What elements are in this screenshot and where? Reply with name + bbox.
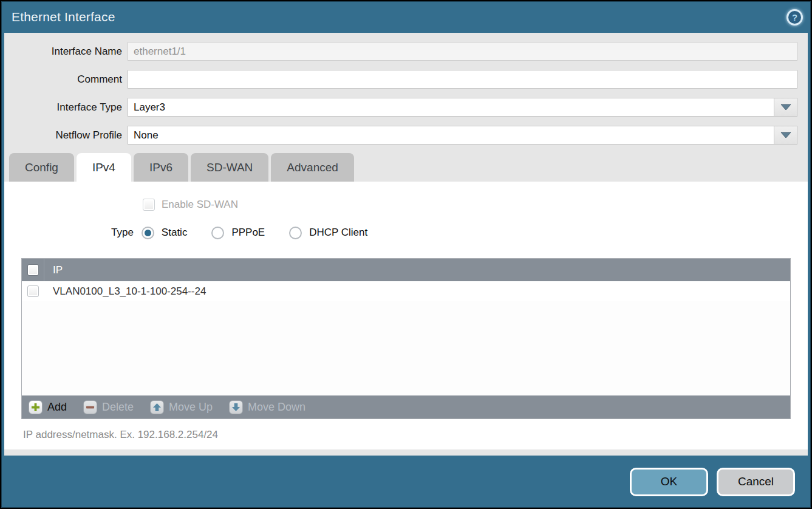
select-all-column (22, 259, 44, 281)
tab-config[interactable]: Config (9, 153, 74, 182)
interface-form: Interface Name ethernet1/1 Comment Inter… (4, 33, 808, 145)
delete-button: Delete (83, 400, 134, 414)
radio-static-label: Static (162, 227, 188, 239)
select-all-checkbox[interactable] (27, 264, 39, 276)
ip-hint-text: IP address/netmask. Ex. 192.168.2.254/24 (23, 429, 808, 441)
row-checkbox-column (22, 281, 44, 301)
form-row-interface-type: Interface Type Layer3 (4, 98, 797, 117)
netflow-profile-dropdown[interactable]: None (128, 126, 797, 145)
tab-ipv6[interactable]: IPv6 (134, 153, 188, 182)
minus-icon (83, 400, 97, 414)
move-up-button-label: Move Up (169, 401, 213, 414)
radio-dhcp-client-control[interactable] (289, 227, 302, 239)
interface-name-label: Interface Name (4, 46, 128, 58)
tab-advanced[interactable]: Advanced (271, 153, 354, 182)
interface-type-dropdown-button[interactable] (774, 98, 797, 116)
interface-type-value: Layer3 (128, 98, 774, 116)
ip-column-header: IP (44, 264, 63, 276)
form-row-interface-name: Interface Name ethernet1/1 (4, 42, 797, 61)
dialog-content: Interface Name ethernet1/1 Comment Inter… (4, 33, 808, 456)
form-row-netflow-profile: Netflow Profile None (4, 126, 797, 145)
enable-sdwan-label: Enable SD-WAN (162, 199, 238, 211)
interface-type-label: Interface Type (4, 101, 128, 114)
move-down-button: Move Down (229, 400, 305, 414)
titlebar: Ethernet Interface ? (1, 1, 811, 33)
table-toolbar: Add Delete Move Up (22, 395, 790, 418)
dialog-title: Ethernet Interface (12, 10, 115, 24)
dialog-footer: OK Cancel (1, 456, 811, 508)
radio-pppoe-label: PPPoE (231, 227, 265, 239)
type-radio-group: Type Static PPPoE DHCP Client (111, 226, 808, 239)
move-up-button: Move Up (150, 400, 213, 414)
table-row[interactable]: VLAN0100_L3_10-1-100-254--24 (22, 281, 790, 301)
interface-name-field: ethernet1/1 (128, 42, 797, 61)
chevron-down-icon (780, 131, 792, 139)
tab-ipv4[interactable]: IPv4 (77, 153, 131, 182)
radio-pppoe-control[interactable] (211, 227, 224, 239)
table-empty-area (22, 301, 790, 395)
netflow-profile-dropdown-button[interactable] (774, 126, 797, 144)
radio-dhcp-client[interactable]: DHCP Client (289, 227, 367, 239)
arrow-up-icon (150, 400, 164, 414)
cancel-button[interactable]: Cancel (717, 468, 795, 496)
form-row-comment: Comment (4, 70, 797, 89)
plus-icon (29, 400, 43, 414)
comment-input[interactable] (128, 70, 797, 89)
ip-table: IP VLAN0100_L3_10-1-100-254--24 Add (21, 258, 791, 419)
radio-static-control[interactable] (142, 227, 154, 239)
tab-sdwan[interactable]: SD-WAN (191, 153, 268, 182)
interface-type-dropdown[interactable]: Layer3 (128, 98, 797, 117)
netflow-profile-label: Netflow Profile (4, 129, 128, 142)
type-label: Type (111, 227, 134, 239)
radio-static[interactable]: Static (142, 227, 188, 239)
radio-pppoe[interactable]: PPPoE (211, 227, 265, 239)
netflow-profile-value: None (128, 126, 774, 144)
ok-button[interactable]: OK (630, 468, 708, 496)
enable-sdwan-checkbox (143, 199, 155, 211)
radio-dhcp-client-label: DHCP Client (309, 227, 367, 239)
enable-sdwan-row: Enable SD-WAN (143, 198, 808, 211)
move-down-button-label: Move Down (248, 401, 305, 414)
ip-table-header: IP (22, 259, 790, 281)
ipv4-tab-panel: Enable SD-WAN Type Static PPPoE DHCP Cli… (4, 182, 808, 449)
delete-button-label: Delete (102, 401, 134, 414)
tab-bar: Config IPv4 IPv6 SD-WAN Advanced (9, 153, 808, 182)
row-checkbox[interactable] (27, 285, 39, 297)
comment-label: Comment (4, 73, 128, 86)
chevron-down-icon (780, 103, 792, 111)
help-icon[interactable]: ? (786, 9, 803, 26)
add-button[interactable]: Add (29, 400, 67, 414)
ip-cell[interactable]: VLAN0100_L3_10-1-100-254--24 (44, 285, 206, 298)
add-button-label: Add (47, 401, 67, 414)
arrow-down-icon (229, 400, 243, 414)
ethernet-interface-dialog: Ethernet Interface ? Interface Name ethe… (0, 0, 812, 509)
